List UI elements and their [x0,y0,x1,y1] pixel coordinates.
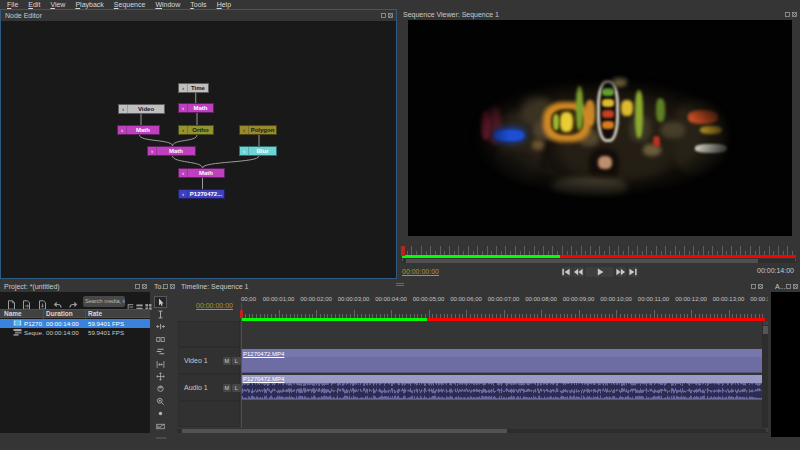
track-mute-button[interactable]: M [223,384,232,393]
zoom-tool-button[interactable] [154,395,167,407]
track-lock-button[interactable]: L [232,357,241,366]
node-math-a[interactable]: ›Math [178,103,214,113]
menu-playback[interactable]: Playback [70,0,108,9]
menu-file[interactable]: File [2,0,23,9]
viewer-playhead[interactable] [401,246,404,257]
record-tool-button[interactable] [154,408,167,420]
column-rate[interactable]: Rate [88,310,102,318]
node-polygon[interactable]: ›Polygon [239,125,277,135]
project-row-1[interactable]: P1270…00:00:14:0059.9401 FPS [0,319,150,328]
video-neon-shape [602,121,614,129]
float-panel-icon[interactable] [785,12,790,17]
float-panel-icon[interactable] [163,284,168,289]
column-divider[interactable] [43,310,44,319]
node-media[interactable]: ›P1270472... [178,189,225,199]
video-neon-shape [602,88,614,96]
node-video[interactable]: ›Video [118,104,165,114]
clip-label: P1270472.MP4 [241,375,765,382]
timeline-playhead[interactable] [241,303,242,428]
viewer-h-scrollbar[interactable] [401,259,797,264]
hand-tool-button[interactable] [154,383,167,395]
float-panel-icon[interactable] [786,284,791,289]
menu-window[interactable]: Window [150,0,185,9]
fast-forward-button[interactable] [616,267,627,278]
node-expand-arrow[interactable]: › [179,169,188,177]
close-panel-icon[interactable] [388,13,393,18]
float-panel-icon[interactable] [381,13,386,18]
viewer-current-timecode[interactable]: 00:00:00:00 [402,268,439,275]
play-button[interactable] [585,267,614,278]
cache-cached-range [241,318,427,321]
menu-tools[interactable]: Tools [185,0,211,9]
track-mute-button[interactable]: M [223,357,232,366]
column-divider[interactable] [85,310,86,319]
timeline-playhead-marker[interactable] [240,310,243,318]
node-expand-arrow[interactable]: › [179,84,188,92]
scrollbar-handle[interactable] [182,429,507,433]
close-panel-icon[interactable] [170,284,175,289]
scrollbar-handle[interactable] [406,259,758,263]
edit-tool-button[interactable] [154,308,167,320]
menu-bar: FileEditViewPlaybackSequenceWindowToolsH… [0,0,800,9]
skip-end-button[interactable] [628,267,639,278]
application-window: FileEditViewPlaybackSequenceWindowToolsH… [0,0,800,450]
node-expand-arrow[interactable]: › [179,190,188,198]
float-panel-icon[interactable] [751,284,756,289]
node-math-b[interactable]: ›Math [117,125,160,135]
column-name[interactable]: Name [4,310,22,318]
node-ortho[interactable]: ›Ortho [178,125,214,135]
node-expand-arrow[interactable]: › [240,147,249,155]
timeline-current-timecode[interactable]: 00:00:00:00 [196,302,233,309]
scroll-right-arrow[interactable] [795,259,797,261]
menu-help[interactable]: Help [212,0,236,9]
menu-view[interactable]: View [45,0,70,9]
node-math-c[interactable]: ›Math [147,146,196,156]
close-panel-icon[interactable] [758,284,763,289]
timeline-v-scrollbar[interactable] [762,321,768,434]
slip-tool-button[interactable] [154,358,167,370]
scrollbar-handle[interactable] [763,326,768,334]
timeline-clip-audio[interactable]: P1270472.MP4 [241,375,765,400]
track-header-audio-1[interactable]: Audio 1ML [178,374,240,401]
scroll-left-arrow[interactable] [401,259,403,261]
node-expand-arrow[interactable]: › [148,147,157,155]
dock-splitter-grip[interactable] [396,283,404,284]
transition-tool-button[interactable] [154,420,167,432]
project-row-2[interactable]: Seque…00:00:14:0059.9401 FPS [0,328,150,337]
skip-start-button[interactable] [561,267,572,278]
ruler-label: 00:00:11;00 [638,295,669,303]
pointer-tool-button[interactable] [154,296,167,308]
node-expand-arrow[interactable]: › [119,105,128,113]
panel-tools: To... [152,281,176,433]
slide-tool-button[interactable] [154,370,167,382]
track-header-video-1[interactable]: Video 1ML [178,347,240,374]
node-expand-arrow[interactable]: › [240,126,249,134]
node-graph-canvas[interactable] [1,21,396,278]
search-input[interactable]: Search media, m... [83,296,125,307]
track-lock-button[interactable]: L [232,384,241,393]
node-expand-arrow[interactable]: › [179,104,188,112]
rewind-button[interactable] [573,267,584,278]
menu-edit[interactable]: Edit [23,0,45,9]
menu-sequence[interactable]: Sequence [109,0,151,9]
node-expand-arrow[interactable]: › [118,126,127,134]
close-panel-icon[interactable] [792,12,797,17]
razor-tool-button[interactable] [154,346,167,358]
node-time[interactable]: ›Time [178,83,209,93]
node-blur[interactable]: ›Blur [239,146,277,156]
ruler-label: 00:00:13;00 [713,295,745,303]
sequence-viewer-title: Sequence Viewer: Sequence 1 [399,9,499,20]
column-duration[interactable]: Duration [46,310,73,318]
timeline-h-scrollbar[interactable] [177,429,766,434]
timeline-clip-video[interactable]: P1270472.MP4 [241,349,765,373]
node-expand-arrow[interactable]: › [179,126,188,134]
scroll-up-arrow[interactable] [763,321,768,325]
ripple-tool-button[interactable] [154,321,167,333]
node-math-d[interactable]: ›Math [178,168,225,178]
rolling-tool-button[interactable] [154,333,167,345]
float-panel-icon[interactable] [135,284,140,289]
close-panel-icon[interactable] [793,284,798,289]
close-panel-icon[interactable] [142,284,147,289]
video-neon-shape [621,100,633,116]
node-label: Time [188,84,208,92]
